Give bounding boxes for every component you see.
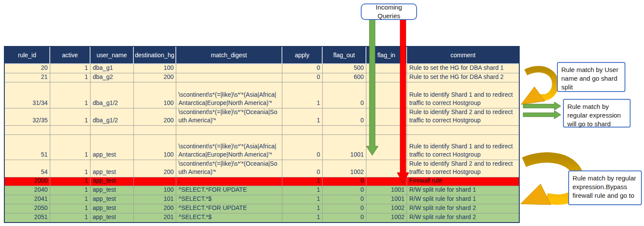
table-cell[interactable]: 0 (323, 186, 366, 195)
table-cell[interactable]: app_test (91, 213, 134, 222)
table-cell[interactable] (366, 126, 407, 135)
table-cell[interactable]: 0 (366, 82, 407, 108)
table-cell[interactable]: 600 (323, 73, 366, 82)
green-right-arrow-1[interactable] (523, 102, 561, 110)
callout-rule-match-bypass-firewall[interactable]: Rule match by regular expression.Bypass … (568, 170, 642, 205)
table-cell[interactable] (50, 126, 91, 135)
table-cell[interactable]: 1 (50, 195, 91, 204)
table-cell[interactable]: \scontinent\s*(=|like)\s*'*(Oceania|Sout… (176, 160, 282, 177)
table-cell[interactable]: 0 (366, 177, 407, 186)
table-cell[interactable]: 200 (134, 73, 176, 82)
table-cell[interactable]: 0 (366, 64, 407, 73)
table-cell[interactable]: 0 (323, 108, 366, 126)
table-cell[interactable]: 0 (323, 195, 366, 204)
table-cell[interactable]: \scontinent\s*(=|like)\s*'*(Asia|Africa|… (176, 135, 282, 160)
table-cell[interactable]: 0 (366, 73, 407, 82)
column-header-comment[interactable]: comment (407, 47, 519, 64)
table-cell[interactable]: 201 (134, 213, 176, 222)
table-cell[interactable]: ^SELECT.*FOR UPDATE (176, 204, 282, 213)
table-cell[interactable]: 101 (134, 195, 176, 204)
table-cell[interactable]: 2050 (5, 204, 50, 213)
table-cell[interactable]: ^SELECT.*$ (176, 213, 282, 222)
table-cell[interactable]: 1 (282, 186, 323, 195)
table-cell[interactable]: 1 (50, 186, 91, 195)
table-cell[interactable] (407, 126, 519, 135)
table-cell[interactable]: 200 (134, 108, 176, 126)
table-cell[interactable]: 20 (5, 64, 50, 73)
table-cell[interactable]: 0 (282, 64, 323, 73)
table-cell[interactable]: Rule to identify Shard 1 and to redirect… (407, 82, 519, 108)
table-cell[interactable]: 1 (50, 204, 91, 213)
table-cell[interactable]: 1001 (323, 135, 366, 160)
table-cell[interactable] (134, 126, 176, 135)
table-cell[interactable]: Rule to identify Shard 2 and to redirect… (407, 108, 519, 126)
table-cell[interactable]: 32/35 (5, 108, 50, 126)
table-cell[interactable]: Firewall rule (407, 177, 519, 186)
table-cell[interactable] (282, 126, 323, 135)
table-cell[interactable]: 1 (50, 160, 91, 177)
table-cell[interactable]: 0 (323, 204, 366, 213)
callout-incoming-queries[interactable]: Incoming Queries (361, 3, 417, 20)
column-header-apply[interactable]: apply (282, 47, 323, 64)
table-cell[interactable]: Rule to set the HG for DBA shard 2 (407, 73, 519, 82)
table-cell[interactable]: R/W split rule for shard 1 (407, 195, 519, 204)
table-cell[interactable]: 51 (5, 135, 50, 160)
table-cell[interactable]: 500 (323, 64, 366, 73)
table-cell[interactable]: 0 (282, 135, 323, 160)
column-header-match_digest[interactable]: match_digest (176, 47, 282, 64)
table-cell[interactable]: 0 (323, 82, 366, 108)
table-cell[interactable]: 1 (50, 73, 91, 82)
table-cell[interactable]: 200 (134, 160, 176, 177)
table-cell[interactable]: dba_g2 (91, 73, 134, 82)
table-cell[interactable]: R/W split rule for shard 1 (407, 186, 519, 195)
column-header-active[interactable]: active (50, 47, 91, 64)
table-cell[interactable]: 1 (282, 177, 323, 186)
table-cell[interactable]: 1002 (366, 204, 407, 213)
table-cell[interactable]: 1 (282, 195, 323, 204)
table-cell[interactable]: 0 (366, 135, 407, 160)
table-cell[interactable]: app_test (91, 177, 134, 186)
table-cell[interactable]: 100 (134, 82, 176, 108)
table-cell[interactable]: dba_g1/2 (91, 108, 134, 126)
table-cell[interactable]: 0 (282, 73, 323, 82)
table-cell[interactable]: 1 (50, 82, 91, 108)
table-cell[interactable]: 100 (134, 135, 176, 160)
table-cell[interactable]: 100 (134, 186, 176, 195)
table-cell[interactable] (176, 64, 282, 73)
table-cell[interactable]: app_test (91, 135, 134, 160)
table-cell[interactable]: 1 (282, 82, 323, 108)
table-cell[interactable]: R/W split rule for shard 2 (407, 213, 519, 222)
table-cell[interactable]: ^SELECT.*FOR UPDATE (176, 186, 282, 195)
column-header-user_name[interactable]: user_name (91, 47, 134, 64)
table-cell[interactable] (91, 126, 134, 135)
table-cell[interactable]: app_test (91, 160, 134, 177)
table-cell[interactable]: 200 (134, 204, 176, 213)
table-cell[interactable] (134, 177, 176, 186)
table-cell[interactable] (176, 73, 282, 82)
table-cell[interactable]: R/W split rule for shard 2 (407, 204, 519, 213)
callout-rule-match-by-user[interactable]: Rule match by User name and go shard spl… (557, 62, 625, 92)
column-header-rule_id[interactable]: rule_id (5, 47, 50, 64)
table-cell[interactable]: 54 (5, 160, 50, 177)
table-cell[interactable]: \scontinent\s*(=|like)\s*'*(Oceania|Sout… (176, 108, 282, 126)
table-cell[interactable]: 1001 (366, 195, 407, 204)
table-cell[interactable]: Rule to set the HG for DBA shard 1 (407, 64, 519, 73)
table-cell[interactable]: ^SELECT.*$ (176, 195, 282, 204)
table-cell[interactable]: 1002 (366, 213, 407, 222)
table-cell[interactable]: 2040 (5, 186, 50, 195)
column-header-destination_hg[interactable]: destination_hg (134, 47, 176, 64)
gold-curved-arrow-user-match[interactable] (521, 69, 555, 105)
table-cell[interactable]: 0 (323, 177, 366, 186)
table-cell[interactable]: 0 (323, 213, 366, 222)
table-cell[interactable]: 1 (50, 135, 91, 160)
table-cell[interactable]: 2000 (5, 177, 50, 186)
table-cell[interactable]: app_test (91, 204, 134, 213)
table-cell[interactable] (323, 126, 366, 135)
table-cell[interactable]: 1 (50, 64, 91, 73)
table-cell[interactable]: 0 (282, 160, 323, 177)
table-cell[interactable]: 1 (282, 108, 323, 126)
table-cell[interactable]: Rule to identify Shard 1 and to redirect… (407, 135, 519, 160)
column-header-flag_out[interactable]: flag_out (323, 47, 366, 64)
table-cell[interactable]: 100 (134, 64, 176, 73)
column-header-flag_in[interactable]: flag_in (366, 47, 407, 64)
